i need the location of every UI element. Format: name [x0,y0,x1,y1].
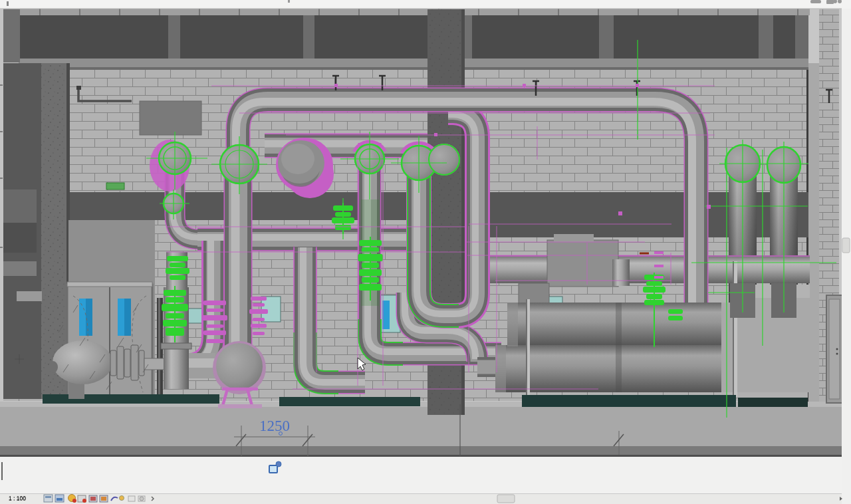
svg-text:1250: 1250 [259,418,290,434]
svg-text:1 : 100: 1 : 100 [9,495,26,501]
